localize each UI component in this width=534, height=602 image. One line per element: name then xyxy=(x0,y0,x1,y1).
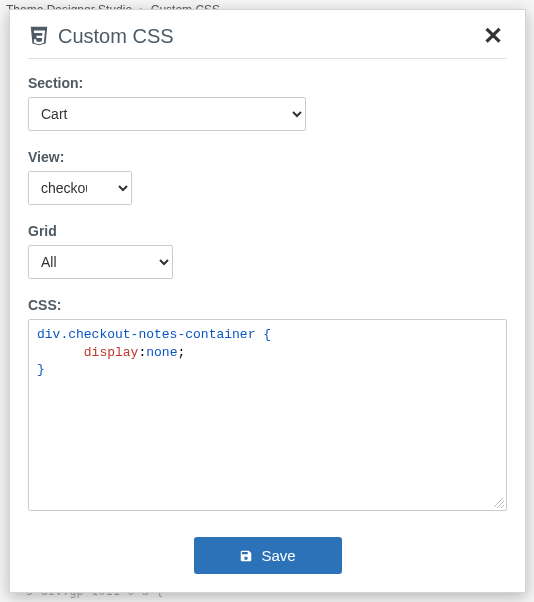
css-label: CSS: xyxy=(28,297,507,313)
resize-handle-icon[interactable] xyxy=(494,498,504,508)
css-field: CSS: div.checkout-notes-container { disp… xyxy=(28,297,507,511)
modal-header: Custom CSS ✕ xyxy=(28,24,507,59)
save-button-label: Save xyxy=(261,547,295,564)
view-select[interactable]: checkout xyxy=(28,171,132,205)
close-button[interactable]: ✕ xyxy=(479,24,507,48)
section-select[interactable]: Cart xyxy=(28,97,306,131)
css3-icon xyxy=(28,25,50,47)
custom-css-modal: Custom CSS ✕ Section: Cart View: checkou… xyxy=(9,9,526,593)
grid-label: Grid xyxy=(28,223,507,239)
grid-select[interactable]: All xyxy=(28,245,173,279)
section-field: Section: Cart xyxy=(28,75,507,131)
save-button[interactable]: Save xyxy=(194,537,342,574)
section-label: Section: xyxy=(28,75,507,91)
modal-title: Custom CSS xyxy=(58,25,479,48)
view-label: View: xyxy=(28,149,507,165)
grid-field: Grid All xyxy=(28,223,507,279)
css-textarea[interactable]: div.checkout-notes-container { display:n… xyxy=(28,319,507,511)
modal-footer: Save xyxy=(28,519,507,574)
save-icon xyxy=(239,549,253,563)
view-field: View: checkout xyxy=(28,149,507,205)
